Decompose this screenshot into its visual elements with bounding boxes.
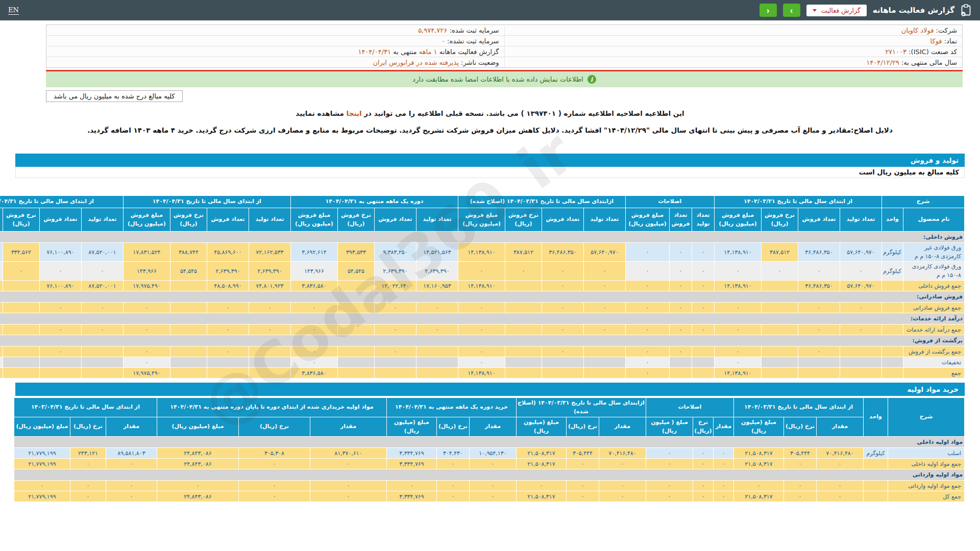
table-cell: [416, 368, 458, 379]
table-cell: ۳,۳۳۴,۷۶۹: [386, 491, 436, 502]
table-cell: ۰: [692, 262, 714, 281]
info-segment: ۰: [442, 37, 445, 45]
row-label: جمع فروش صادراتی: [903, 303, 965, 313]
chevron-down-icon: [813, 9, 817, 12]
info-cell: نماد: فوکا: [504, 36, 963, 46]
table-cell: [583, 368, 625, 379]
group-label: مواد اولیه وارداتی: [14, 469, 964, 481]
company-info-table: شرکت: فولاد کاویان سرمایه ثبت شده: ۵,۹۷۴…: [46, 24, 963, 68]
column-header: تعداد تولید: [416, 208, 458, 232]
table-cell: [669, 357, 692, 368]
table-cell: ۰: [14, 481, 70, 491]
column-header: مبلغ فروش (میلیون ریال): [123, 208, 170, 232]
table-cell: ۰: [646, 459, 693, 469]
column-group-header: ازابتدای سال مالی تا تاریخ ۱۴۰۴/۰۳/۳۱ (ا…: [516, 398, 646, 417]
column-header: نرخ (ریال): [693, 417, 713, 437]
previous-version-link[interactable]: اینجا: [347, 109, 362, 117]
table-cell: ۳۸۸,۷۴۴: [170, 243, 207, 262]
table-cell: [416, 357, 458, 368]
table-cell: ۱۷,۹۷۵,۴۹۰: [123, 281, 170, 291]
table-row: جمع مواد اولیه وارداتی۰۰۰۰۰۰۰۰۰۰۰۰۰۰۰۰۰۰: [14, 481, 964, 491]
next-report-button[interactable]: ›: [783, 4, 800, 17]
table-cell: ۰: [840, 303, 882, 313]
table-cell: [882, 303, 903, 313]
table-cell: [39, 368, 81, 379]
table-cell: ۲۱,۵۰۸,۳۱۷: [733, 459, 783, 469]
column-group-header: از ابتدای سال مالی تا تاریخ ۱۴۰۴/۰۳/۳۱: [733, 398, 863, 417]
row-label: تخفیفات: [903, 357, 965, 368]
column-header: مبلغ (میلیون ریال): [733, 417, 783, 437]
column-header: نرخ (ریال): [436, 417, 469, 437]
table-cell: ۱۴,۱۳۸,۹۱۰: [714, 368, 761, 379]
table-row: جمع فروش داخلی۵۷,۶۴۰,۹۷۰۳۶,۴۸۶,۳۵۰۱۴,۱۳۸…: [0, 281, 965, 291]
row-label: جمع برگشت از فروش: [903, 346, 965, 357]
column-header: مبلغ (میلیون ریال): [157, 417, 238, 437]
table-cell: [170, 357, 207, 368]
table-cell: ۰: [290, 303, 337, 313]
table-cell: [882, 357, 903, 368]
table-cell: ۲۱,۵۰۸,۳۱۷: [733, 491, 783, 502]
column-group-header: از ابتدای سال مالی تا تاریخ ۱۴۰۳/۰۴/۳۱: [14, 398, 157, 417]
column-group-header: خرید دوره یک ماهه منتهی به ۱۴۰۴/۰۴/۳۱: [386, 398, 516, 417]
table-cell: [669, 368, 692, 379]
table-cell: [583, 357, 625, 368]
table-cell: ۰: [238, 491, 310, 502]
table-cell: [39, 357, 81, 368]
table-cell: ۰: [469, 481, 516, 491]
table-cell: ۰: [207, 346, 249, 357]
table-cell: ۰: [436, 481, 469, 491]
table-row: اسلبکیلوگرم۷۰,۴۱۶,۴۸۰۳۰۵,۴۴۴۲۱,۵۰۸,۳۱۷۰۰…: [14, 448, 964, 459]
table-cell: [798, 368, 840, 379]
table-cell: ۰: [714, 324, 761, 335]
row-label: جمع درآمد ارائه خدمات: [903, 324, 965, 335]
table-cell: ۳,۳۳۴,۷۶۹: [386, 448, 436, 459]
table-cell: ۳۸۷,۵۱۲: [505, 243, 542, 262]
table-cell: ۰: [374, 324, 416, 335]
table-cell: ۱۰,۹۵۴,۱۳۰: [469, 448, 516, 459]
table-cell: [505, 368, 542, 379]
column-header: تعداد تولید: [249, 208, 290, 232]
table-cell: ۷۰,۴۱۶,۴۸۰: [599, 448, 646, 459]
row-label: ورق فولادی غیر کارمزدی ۸-۱۵۰ م م: [903, 243, 965, 262]
column-header: نرخ (ریال): [70, 417, 106, 437]
table-group-row: درآمد ارائه خدمات:: [0, 313, 965, 324]
table-cell: ۲۱,۵۰۸,۳۱۷: [516, 459, 566, 469]
info-cell: سرمایه ثبت شده: ۵,۹۷۴,۷۲۶: [46, 25, 505, 36]
table-cell: ۰: [0, 324, 3, 335]
table-cell: ۳۸۷,۵۱۲: [762, 243, 798, 262]
table-cell: [207, 357, 249, 368]
row-label: جمع: [903, 368, 965, 379]
table-cell: ۰: [625, 262, 669, 281]
table-cell: [207, 368, 249, 379]
column-header: نرخ (ریال): [238, 417, 310, 437]
report-type-dropdown[interactable]: گزارش فعالیت: [806, 5, 867, 16]
table-cell: [840, 368, 882, 379]
info-segment: ۱ ماهه: [419, 48, 437, 56]
table-cell: ۰: [583, 303, 625, 313]
table-cell: ۷۰,۴۱۶,۴۸۰: [817, 448, 864, 459]
table-cell: ۰: [625, 368, 669, 379]
previous-report-button[interactable]: ‹: [760, 4, 777, 17]
table-cell: [3, 346, 39, 357]
column-header: مبلغ فروش (میلیون ریال): [458, 208, 505, 232]
column-header: مبلغ فروش (میلیون ریال): [290, 208, 337, 232]
table-cell: ۰: [646, 448, 693, 459]
table-cell: [3, 324, 39, 335]
table-cell: ۴۵,۸۶۹,۶۰۰: [207, 243, 249, 262]
table-cell: ۲۱,۵۰۸,۳۱۷: [516, 491, 566, 502]
table-cell: کیلوگرم: [864, 448, 888, 459]
column-header: نرخ فروش (ریال): [3, 208, 39, 232]
production-sales-table: شرحاز ابتدای سال مالی تا تاریخ ۱۴۰۴/۰۳/۳…: [15, 195, 965, 379]
table-cell: ۲۵,۴۶۰,۴۹۱: [0, 243, 3, 262]
table-cell: ۳,۶۹۲,۶۱۴: [290, 243, 337, 262]
column-header: تعداد تولید: [840, 208, 882, 232]
table-cell: ۰: [713, 448, 733, 459]
table-cell: [337, 368, 374, 379]
language-switch-link[interactable]: EN: [8, 6, 19, 15]
column-header: نرخ فروش (ریال): [762, 208, 798, 232]
table-cell: ۲۱,۵۰۸,۳۱۷: [733, 448, 783, 459]
table-cell: ۰: [416, 303, 458, 313]
group-label: فروش صادراتی:: [0, 291, 965, 303]
table-cell: [692, 346, 714, 357]
table-cell: [337, 303, 374, 313]
